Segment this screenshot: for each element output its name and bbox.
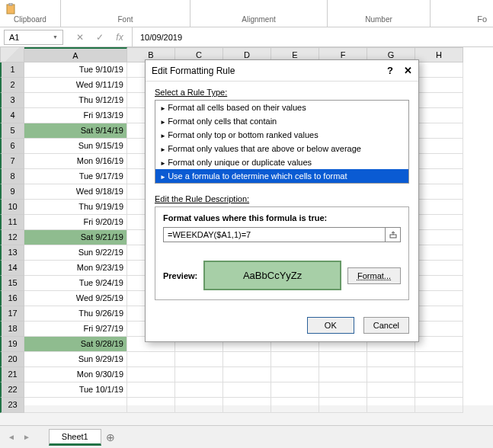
cell[interactable]: Sat 9/14/19 bbox=[24, 123, 127, 139]
cell[interactable] bbox=[175, 398, 223, 413]
cell[interactable] bbox=[415, 276, 463, 291]
cell[interactable] bbox=[415, 169, 463, 184]
next-sheet-icon[interactable]: ► bbox=[20, 433, 34, 441]
cell[interactable] bbox=[223, 352, 271, 367]
rule-type-item[interactable]: Format all cells based on their values bbox=[155, 101, 408, 114]
cell[interactable] bbox=[127, 382, 175, 398]
cell[interactable]: Fri 9/13/19 bbox=[24, 108, 127, 123]
name-box-value[interactable]: A1 bbox=[9, 33, 19, 42]
row-header[interactable]: 16 bbox=[0, 291, 24, 306]
cell[interactable] bbox=[415, 93, 463, 108]
select-all-corner[interactable] bbox=[0, 47, 24, 62]
ribbon-group-font[interactable]: Font bbox=[61, 0, 190, 27]
row-header[interactable]: 19 bbox=[0, 337, 24, 352]
rule-type-item[interactable]: Format only top or bottom ranked values bbox=[155, 128, 408, 142]
cell[interactable]: Sun 9/22/19 bbox=[24, 245, 127, 261]
formula-input[interactable] bbox=[163, 227, 386, 242]
cell[interactable] bbox=[415, 367, 463, 382]
cell[interactable]: Mon 9/16/19 bbox=[24, 154, 127, 169]
ribbon-group-alignment[interactable]: Alignment bbox=[190, 0, 328, 27]
cell[interactable] bbox=[367, 352, 415, 367]
sheet-tab-sheet1[interactable]: Sheet1 bbox=[49, 429, 101, 446]
cell[interactable] bbox=[127, 398, 175, 413]
row-header[interactable]: 23 bbox=[0, 398, 24, 413]
cell[interactable]: Sun 9/15/19 bbox=[24, 139, 127, 154]
cell[interactable] bbox=[127, 367, 175, 382]
cell[interactable]: Tue 9/24/19 bbox=[24, 276, 127, 291]
cell[interactable] bbox=[175, 367, 223, 382]
rule-type-item[interactable]: Use a formula to determine which cells t… bbox=[155, 169, 408, 183]
name-box[interactable]: A1 ▼ bbox=[4, 30, 63, 45]
cell[interactable] bbox=[271, 367, 319, 382]
cell[interactable]: Thu 9/19/19 bbox=[24, 200, 127, 215]
column-header[interactable]: A bbox=[24, 47, 127, 62]
cell[interactable]: Sun 9/29/19 bbox=[24, 352, 127, 367]
cell[interactable] bbox=[319, 352, 367, 367]
ok-button[interactable]: OK bbox=[307, 317, 354, 334]
dialog-titlebar[interactable]: Edit Formatting Rule ? ✕ bbox=[146, 60, 418, 82]
row-header[interactable]: 1 bbox=[0, 62, 24, 78]
cell[interactable]: Sat 9/28/19 bbox=[24, 337, 127, 352]
cell[interactable]: Tue 9/10/19 bbox=[24, 62, 127, 78]
cell[interactable] bbox=[271, 398, 319, 413]
cell[interactable] bbox=[271, 352, 319, 367]
row-header[interactable]: 14 bbox=[0, 261, 24, 276]
cell[interactable]: Sat 9/21/19 bbox=[24, 230, 127, 245]
row-header[interactable]: 20 bbox=[0, 352, 24, 367]
cell[interactable]: Fri 9/20/19 bbox=[24, 215, 127, 230]
cell[interactable] bbox=[175, 352, 223, 367]
cell[interactable] bbox=[415, 230, 463, 245]
cell[interactable]: Wed 9/11/19 bbox=[24, 78, 127, 93]
cell[interactable]: Wed 9/25/19 bbox=[24, 291, 127, 306]
cell[interactable] bbox=[415, 398, 463, 413]
row-header[interactable]: 2 bbox=[0, 78, 24, 93]
cell[interactable] bbox=[415, 352, 463, 367]
cell[interactable]: Fri 9/27/19 bbox=[24, 322, 127, 337]
fx-icon[interactable]: fx bbox=[112, 32, 127, 43]
cell[interactable]: Mon 9/23/19 bbox=[24, 261, 127, 276]
ribbon-group-clipboard[interactable]: Clipboard bbox=[0, 0, 61, 27]
column-header[interactable]: H bbox=[415, 47, 463, 62]
row-header[interactable]: 22 bbox=[0, 382, 24, 398]
row-header[interactable]: 11 bbox=[0, 215, 24, 230]
cell[interactable] bbox=[271, 382, 319, 398]
cancel-icon[interactable]: ✕ bbox=[72, 32, 88, 43]
cell[interactable] bbox=[415, 78, 463, 93]
cell[interactable] bbox=[367, 367, 415, 382]
cell[interactable] bbox=[415, 245, 463, 261]
row-header[interactable]: 5 bbox=[0, 123, 24, 139]
cell[interactable] bbox=[175, 382, 223, 398]
cell[interactable] bbox=[367, 398, 415, 413]
cell[interactable] bbox=[223, 382, 271, 398]
cell[interactable] bbox=[415, 382, 463, 398]
cell[interactable] bbox=[127, 352, 175, 367]
row-header[interactable]: 10 bbox=[0, 200, 24, 215]
cell[interactable] bbox=[24, 398, 127, 413]
cell[interactable]: Mon 9/30/19 bbox=[24, 367, 127, 382]
formula-bar[interactable]: 10/09/2019 bbox=[132, 27, 493, 46]
rule-type-list[interactable]: Format all cells based on their valuesFo… bbox=[155, 100, 409, 184]
add-sheet-icon[interactable]: ⊕ bbox=[106, 431, 115, 443]
chevron-down-icon[interactable]: ▼ bbox=[53, 34, 58, 40]
cell[interactable]: Wed 9/18/19 bbox=[24, 184, 127, 200]
cell[interactable] bbox=[415, 123, 463, 139]
row-header[interactable]: 21 bbox=[0, 367, 24, 382]
cell[interactable]: Thu 9/26/19 bbox=[24, 306, 127, 322]
row-header[interactable]: 9 bbox=[0, 184, 24, 200]
row-header[interactable]: 7 bbox=[0, 154, 24, 169]
ribbon-group-number[interactable]: Number bbox=[328, 0, 431, 27]
help-icon[interactable]: ? bbox=[387, 65, 393, 76]
cell[interactable] bbox=[415, 261, 463, 276]
cell[interactable] bbox=[223, 398, 271, 413]
cell[interactable] bbox=[415, 306, 463, 322]
row-header[interactable]: 17 bbox=[0, 306, 24, 322]
row-header[interactable]: 13 bbox=[0, 245, 24, 261]
cancel-button[interactable]: Cancel bbox=[363, 317, 409, 334]
cell[interactable] bbox=[415, 139, 463, 154]
cell[interactable]: Thu 9/12/19 bbox=[24, 93, 127, 108]
cell[interactable] bbox=[223, 367, 271, 382]
row-header[interactable]: 8 bbox=[0, 169, 24, 184]
row-header[interactable]: 3 bbox=[0, 93, 24, 108]
cell[interactable]: Tue 10/1/19 bbox=[24, 382, 127, 398]
cell[interactable]: Tue 9/17/19 bbox=[24, 169, 127, 184]
